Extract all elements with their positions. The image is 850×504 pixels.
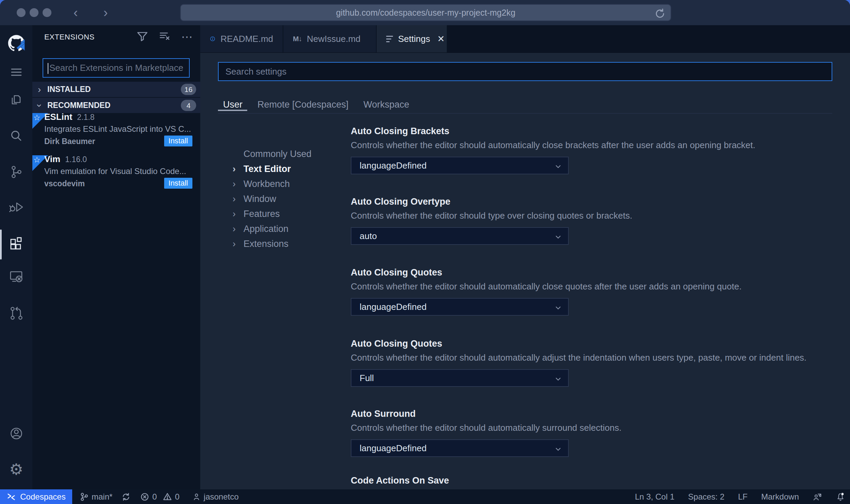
language-mode[interactable]: Markdown xyxy=(761,492,799,502)
extension-publisher: Dirk Baeumer xyxy=(44,137,95,146)
scope-user[interactable]: User xyxy=(223,99,242,110)
error-icon xyxy=(140,492,149,501)
eol-sequence[interactable]: LF xyxy=(738,492,747,502)
toc-label: Application xyxy=(243,224,288,234)
forward-icon[interactable]: › xyxy=(98,4,113,21)
setting-dropdown[interactable]: auto xyxy=(351,227,569,245)
back-icon[interactable]: ‹ xyxy=(68,4,83,21)
toc-features[interactable]: ›Features xyxy=(233,208,280,220)
username: jasonetco xyxy=(204,492,239,502)
extensions-icon[interactable] xyxy=(0,233,32,255)
window-control-dot-2[interactable] xyxy=(30,8,38,17)
toc-text-editor[interactable]: ›Text Editor xyxy=(233,163,291,175)
notifications-bell-icon[interactable] xyxy=(836,492,845,502)
setting-dropdown[interactable]: Full xyxy=(351,369,569,387)
tab-newissue[interactable]: M↓ NewIssue.md xyxy=(283,25,377,52)
pull-requests-icon[interactable] xyxy=(0,302,32,325)
extension-publisher: vscodevim xyxy=(44,179,85,188)
chevron-right-icon: › xyxy=(233,179,243,189)
person-icon xyxy=(192,493,201,501)
active-scope-underline xyxy=(218,110,247,111)
chevron-down-icon xyxy=(554,233,563,241)
dropdown-value: languageDefined xyxy=(360,443,427,454)
scope-workspace[interactable]: Workspace xyxy=(363,99,409,110)
scope-remote[interactable]: Remote [Codespaces] xyxy=(257,99,348,110)
toc-application[interactable]: ›Application xyxy=(233,223,288,235)
close-icon[interactable]: ✕ xyxy=(437,34,445,44)
toc-window[interactable]: ›Window xyxy=(233,193,276,205)
problems-indicator[interactable]: 0 0 xyxy=(140,492,179,502)
github-codespaces-logo[interactable] xyxy=(0,32,32,54)
settings-gear-icon[interactable]: ⚙ xyxy=(0,458,32,481)
chevron-right-icon: › xyxy=(38,85,47,94)
tab-settings[interactable]: Settings ✕ xyxy=(377,25,447,52)
install-button[interactable]: Install xyxy=(164,178,192,189)
markdown-icon: M↓ xyxy=(293,35,302,43)
setting-title: Auto Closing Quotes xyxy=(351,338,442,349)
window-control-dot-1[interactable] xyxy=(17,8,26,17)
feedback-icon[interactable] xyxy=(813,492,822,502)
explorer-icon[interactable] xyxy=(0,89,32,112)
star-icon: ☆ xyxy=(33,113,41,122)
sync-changes[interactable] xyxy=(121,492,131,502)
chevron-down-icon xyxy=(554,445,563,454)
chevron-right-icon: › xyxy=(233,209,243,219)
setting-dropdown[interactable]: languageDefined xyxy=(351,157,569,174)
tab-readme[interactable]: README.md xyxy=(200,25,283,52)
window-control-dot-3[interactable] xyxy=(43,8,51,17)
reload-icon[interactable] xyxy=(654,8,666,21)
setting-description: Controls whether the editor should autom… xyxy=(351,423,621,433)
error-count: 0 xyxy=(152,492,157,502)
menu-icon[interactable] xyxy=(0,61,32,83)
scope-divider xyxy=(218,113,832,114)
section-installed[interactable]: › INSTALLED 16 xyxy=(32,82,200,97)
toc-commonly-used[interactable]: Commonly Used xyxy=(233,148,312,160)
account-icon[interactable] xyxy=(0,422,32,445)
address-bar[interactable]: github.com/codespaces/user-my-project-mg… xyxy=(180,4,671,21)
star-icon: ☆ xyxy=(33,155,41,164)
chevron-right-icon: › xyxy=(233,224,243,234)
section-label: RECOMMENDED xyxy=(47,101,110,110)
dropdown-value: languageDefined xyxy=(360,302,427,312)
chevron-right-icon: › xyxy=(233,194,243,204)
more-actions-icon[interactable]: ⋯ xyxy=(181,30,193,44)
install-button[interactable]: Install xyxy=(164,136,192,146)
activity-bar: ⚙ xyxy=(0,25,32,489)
dropdown-value: auto xyxy=(360,231,377,241)
extension-description: Integrates ESLint JavaScript into VS C..… xyxy=(44,124,191,134)
status-bar: Codespaces main* xyxy=(0,489,850,504)
section-recommended[interactable]: › RECOMMENDED 4 xyxy=(32,98,200,113)
indentation[interactable]: Spaces: 2 xyxy=(688,492,725,502)
tab-label: Settings xyxy=(398,34,430,44)
url-text: github.com/codespaces/user-my-project-mg… xyxy=(336,8,516,18)
source-control-icon[interactable] xyxy=(0,161,32,183)
extension-row-vim[interactable]: ☆ Vim1.16.0 Vim emulation for Visual Stu… xyxy=(32,155,200,198)
sync-icon xyxy=(121,492,131,502)
extension-name: Vim xyxy=(44,154,60,164)
tab-label: README.md xyxy=(220,34,273,44)
setting-title: Auto Closing Brackets xyxy=(351,126,450,137)
cursor-position[interactable]: Ln 3, Col 1 xyxy=(635,492,674,502)
settings-search-input[interactable] xyxy=(219,63,832,80)
extension-row-eslint[interactable]: ☆ ESLint2.1.8 Integrates ESLint JavaScri… xyxy=(32,113,200,155)
setting-dropdown[interactable]: languageDefined xyxy=(351,439,569,457)
branch-indicator[interactable]: main* xyxy=(80,492,112,502)
run-debug-icon[interactable] xyxy=(0,196,32,218)
extensions-search-input[interactable] xyxy=(43,59,189,77)
setting-dropdown[interactable]: languageDefined xyxy=(351,298,569,316)
codespaces-remote-indicator[interactable]: Codespaces xyxy=(0,489,72,504)
browser-titlebar: ‹ › github.com/codespaces/user-my-projec… xyxy=(0,0,850,26)
extension-description: Vim emulation for Visual Studio Code... xyxy=(44,167,191,176)
chevron-down-icon xyxy=(554,303,563,312)
setting-description: Controls whether the editor should autom… xyxy=(351,281,742,292)
logged-in-user[interactable]: jasonetco xyxy=(192,492,239,502)
settings-scope-tabs: User Remote [Codespaces] Workspace xyxy=(223,99,409,110)
filter-icon[interactable] xyxy=(136,30,148,44)
toc-extensions[interactable]: ›Extensions xyxy=(233,238,288,250)
remote-explorer-icon[interactable] xyxy=(0,265,32,288)
toc-label: Extensions xyxy=(243,239,288,249)
search-icon[interactable] xyxy=(0,125,32,147)
toc-workbench[interactable]: ›Workbench xyxy=(233,178,290,190)
clear-extensions-search-icon[interactable] xyxy=(159,30,171,44)
setting-title: Code Actions On Save xyxy=(351,475,449,486)
